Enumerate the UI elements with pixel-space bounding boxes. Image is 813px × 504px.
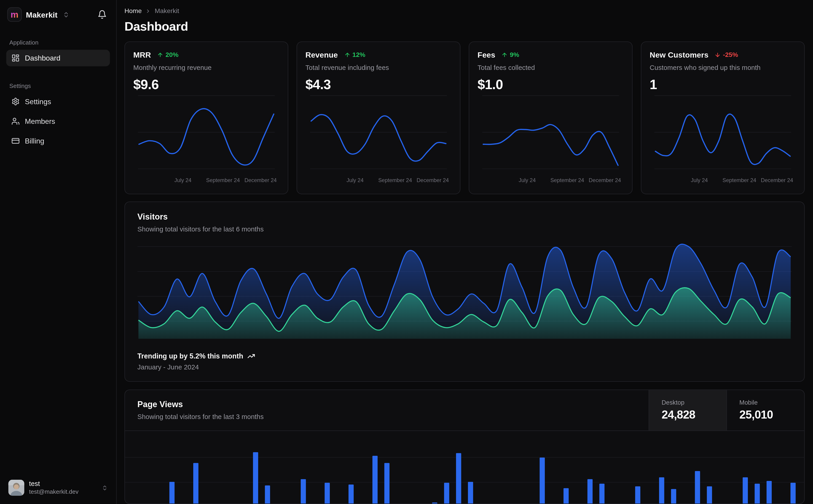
toggle-value: 25,010 — [739, 408, 792, 422]
user-email: test@makerkit.dev — [29, 488, 78, 496]
sidebar-item-label: Dashboard — [25, 54, 60, 62]
svg-text:September 24: September 24 — [723, 177, 756, 183]
stat-subtitle: Total fees collected — [477, 64, 624, 72]
user-menu[interactable]: test test@makerkit.dev — [6, 477, 110, 499]
sidebar-item-label: Settings — [25, 97, 51, 106]
stat-card-fees: Fees 9% Total fees collected $1.0 July 2… — [469, 41, 633, 194]
workspace-selector[interactable]: m Makerkit — [7, 7, 69, 22]
page-views-subtitle: Showing total visitors for the last 3 mo… — [137, 413, 636, 421]
sidebar-header: m Makerkit — [6, 5, 110, 24]
stat-subtitle: Customers who signed up this month — [650, 64, 796, 72]
page-views-chart-area — [125, 431, 804, 504]
user-avatar — [8, 480, 24, 496]
main-content: Home Makerkit Dashboard MRR 20% Monthly … — [117, 0, 813, 504]
revenue-sparkline-chart: July 24September 24December 24 — [305, 93, 451, 186]
svg-text:December 24: December 24 — [761, 177, 793, 183]
trend-badge: -25% — [715, 51, 738, 58]
svg-text:September 24: September 24 — [206, 177, 240, 183]
sidebar-spacer — [6, 152, 110, 477]
svg-text:December 24: December 24 — [589, 177, 621, 183]
svg-text:July 24: July 24 — [174, 177, 191, 183]
trend-value: 9% — [510, 51, 519, 58]
page-title: Dashboard — [124, 19, 805, 34]
sidebar-item-label: Members — [25, 117, 55, 125]
sidebar-item-billing[interactable]: Billing — [6, 133, 110, 149]
trending-up-icon — [247, 352, 255, 360]
mrr-sparkline-chart: July 24September 24December 24 — [133, 93, 280, 186]
svg-text:July 24: July 24 — [519, 177, 535, 183]
sidebar-item-label: Billing — [25, 137, 44, 145]
stat-value: $9.6 — [133, 77, 280, 93]
visitors-footer-trend: Trending up by 5.2% this month — [137, 352, 792, 360]
section-label-settings: Settings — [9, 83, 107, 89]
page-views-bar-chart — [125, 431, 804, 504]
sidebar: m Makerkit Application Dashboard Setting… — [0, 0, 117, 504]
arrow-up-icon — [157, 52, 163, 58]
stat-card-new-customers: New Customers -25% Customers who signed … — [641, 41, 805, 194]
stats-row: MRR 20% Monthly recurring revenue $9.6 J… — [124, 41, 805, 194]
trend-badge: 20% — [157, 51, 178, 58]
trend-badge: 12% — [344, 51, 365, 58]
arrow-down-icon — [715, 52, 721, 58]
user-name: test — [29, 480, 78, 488]
stat-subtitle: Total revenue including fees — [305, 64, 451, 72]
arrow-up-icon — [501, 52, 508, 58]
visitors-subtitle: Showing total visitors for the last 6 mo… — [137, 225, 792, 233]
layout-dashboard-icon — [11, 54, 20, 62]
visitors-title: Visitors — [137, 212, 792, 222]
chevrons-up-down-icon — [63, 11, 69, 18]
svg-text:September 24: September 24 — [378, 177, 412, 183]
bell-icon — [97, 10, 107, 19]
app-root: m Makerkit Application Dashboard Setting… — [0, 0, 813, 504]
new-customers-sparkline-chart: July 24September 24December 24 — [650, 93, 796, 186]
toggle-mobile[interactable]: Mobile 25,010 — [726, 390, 804, 430]
toggle-label: Mobile — [739, 399, 792, 406]
breadcrumb: Home Makerkit — [124, 7, 805, 15]
chevrons-up-down-icon — [101, 485, 108, 491]
svg-text:September 24: September 24 — [550, 177, 584, 183]
page-views-header: Page Views Showing total visitors for th… — [125, 390, 804, 431]
visitors-area-chart — [137, 240, 792, 342]
stat-card-revenue: Revenue 12% Total revenue including fees… — [297, 41, 460, 194]
sidebar-item-dashboard[interactable]: Dashboard — [6, 50, 110, 66]
credit-card-icon — [11, 137, 20, 145]
fees-sparkline-chart: July 24September 24December 24 — [477, 93, 624, 186]
visitors-footer-period: January - June 2024 — [137, 363, 792, 371]
makerkit-logo: m — [7, 7, 22, 22]
stat-subtitle: Monthly recurring revenue — [133, 64, 280, 72]
trend-value: -25% — [723, 51, 738, 58]
stat-title: New Customers — [650, 50, 709, 59]
workspace-name: Makerkit — [26, 10, 57, 19]
svg-text:July 24: July 24 — [347, 177, 363, 183]
section-label-application: Application — [9, 39, 107, 45]
page-views-card: Page Views Showing total visitors for th… — [124, 390, 805, 504]
notifications-button[interactable] — [95, 8, 109, 21]
trend-text: Trending up by 5.2% this month — [137, 352, 243, 360]
gear-icon — [11, 97, 20, 106]
stat-value: $4.3 — [305, 77, 451, 93]
toggle-desktop[interactable]: Desktop 24,828 — [649, 390, 726, 430]
stat-value: 1 — [650, 77, 796, 93]
toggle-value: 24,828 — [662, 408, 714, 422]
trend-value: 12% — [352, 51, 365, 58]
page-views-title: Page Views — [137, 400, 636, 409]
trend-value: 20% — [165, 51, 178, 58]
breadcrumb-home-link[interactable]: Home — [124, 7, 142, 15]
sidebar-item-settings[interactable]: Settings — [6, 93, 110, 110]
toggle-label: Desktop — [662, 399, 714, 406]
users-icon — [11, 117, 20, 125]
stat-title: MRR — [133, 50, 151, 59]
stat-card-mrr: MRR 20% Monthly recurring revenue $9.6 J… — [124, 41, 288, 194]
stat-title: Revenue — [305, 50, 338, 59]
chevron-right-icon — [145, 8, 151, 14]
arrow-up-icon — [344, 52, 350, 58]
svg-text:December 24: December 24 — [245, 177, 277, 183]
logo-letter: m — [11, 10, 18, 19]
sidebar-item-members[interactable]: Members — [6, 113, 110, 130]
stat-title: Fees — [477, 50, 495, 59]
stat-value: $1.0 — [477, 77, 624, 93]
visitors-card: Visitors Showing total visitors for the … — [124, 202, 805, 382]
breadcrumb-current: Makerkit — [154, 7, 179, 15]
trend-badge: 9% — [501, 51, 519, 58]
svg-text:December 24: December 24 — [417, 177, 449, 183]
